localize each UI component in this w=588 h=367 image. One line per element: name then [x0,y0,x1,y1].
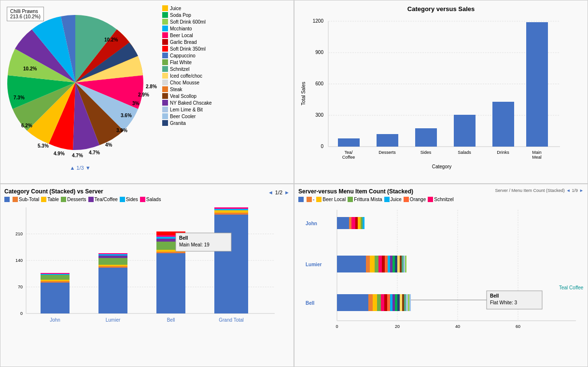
pie-legend: JuiceSoda PopSoft Drink 600mlMcchiantoBe… [157,3,217,129]
menu-bell-7[interactable] [387,294,390,311]
bar-lumier-cyan[interactable] [98,254,127,256]
pie-next-arrow[interactable]: ▼ [85,165,91,171]
menu-lumier-11[interactable] [395,256,397,272]
bell-tooltip-item: Main Meal: 19 [179,242,210,247]
menu-john-7[interactable] [363,217,364,229]
stacked-server-next[interactable]: ► [284,190,290,195]
menu-lumier-1[interactable] [337,256,366,272]
menu-john-1[interactable] [337,217,349,229]
bar-sides[interactable] [415,128,437,147]
menu-bell-12[interactable] [400,294,402,311]
bar-john-cyan[interactable] [41,274,70,275]
category-bar-title: Category versus Sales [299,5,583,13]
bell-menu-tooltip-item: Flat White: 3 [490,300,518,305]
menu-bell-16[interactable] [408,294,409,311]
bar-total-cyan[interactable] [214,209,248,210]
pie-legend-item: Cappuccino [162,53,212,58]
menu-john-5[interactable] [358,217,361,229]
menu-lumier-4[interactable] [375,256,378,272]
menu-lumier-8[interactable] [388,256,390,272]
bar-john-green[interactable] [41,275,70,280]
menu-bell-5[interactable] [381,294,384,311]
bar-total-blue[interactable] [214,215,248,313]
menu-john-6[interactable] [361,217,363,229]
menu-john-3[interactable] [351,217,355,229]
menu-bell-15[interactable] [406,294,408,311]
menu-lumier-10[interactable] [392,256,395,272]
bar-tea-coffee[interactable] [338,138,360,147]
menu-john-2[interactable] [349,217,351,229]
menu-lumier-15[interactable] [404,256,405,272]
pie-label-2: 10.2% [23,66,37,71]
svg-text:210: 210 [15,231,23,236]
menu-lumier-6[interactable] [382,256,385,272]
pie-label-13: 2.9% [138,92,149,97]
menu-bell-3[interactable] [373,294,377,311]
bar-john-orange[interactable] [41,281,70,283]
bar-john-yellow[interactable] [41,280,70,281]
bar-main-meal[interactable] [526,22,548,147]
server-label-total: Grand Total [219,317,244,323]
pie-label-6: 4.9% [54,151,65,156]
menu-bell-4[interactable] [377,294,381,311]
pie-legend-item: Choc Mousse [162,80,212,85]
bar-john-pink[interactable] [41,273,70,274]
pie-legend-item: NY Baked Chscake [162,100,212,106]
bar-salads[interactable] [454,115,476,147]
pie-prev-arrow[interactable]: ▲ [70,165,75,171]
bar-lumier-orange[interactable] [98,266,127,268]
pie-pagination: ▲ 1/3 ▼ [3,165,157,171]
pie-label-14: 2.8% [146,84,157,89]
stacked-menu-title: Server-versus Menu Item Count (Stacked) [298,188,413,195]
svg-text:60: 60 [516,324,520,329]
bar-lumier-pink[interactable] [98,253,127,254]
menu-bell-1[interactable] [337,294,368,311]
stacked-server-title: Category Count (Stacked) vs Server [4,188,103,195]
bar-john-blue[interactable] [41,283,70,313]
menu-bell-2[interactable] [368,294,373,311]
bar-desserts[interactable] [377,134,398,147]
pie-legend-item: Granita [162,120,212,126]
menu-bell-10[interactable] [395,294,397,311]
menu-bell-9[interactable] [392,294,395,311]
menu-lumier-12[interactable] [397,256,400,272]
bar-bell-orange[interactable] [156,252,185,253]
menu-bell-11[interactable] [397,294,400,311]
menu-lumier-9[interactable] [390,256,392,272]
bar-total-orange[interactable] [214,213,248,215]
menu-lumier-16[interactable] [405,256,406,272]
menu-lumier-2[interactable] [366,256,370,272]
bar-bell-blue[interactable] [156,253,185,313]
bar-lumier-green[interactable] [98,258,127,265]
menu-lumier-5[interactable] [378,256,382,272]
x-axis-label: Category [432,164,452,169]
teal-coffee-label: Teal Coffee [559,285,584,290]
bar-total-yellow[interactable] [214,210,248,213]
bell-tooltip-server: Bell [179,235,188,241]
bar-drinks[interactable] [492,102,514,147]
menu-bell-8[interactable] [390,294,392,311]
menu-lumier-14[interactable] [402,256,404,272]
pie-label-11: 3.6% [121,113,132,118]
svg-text:Salads: Salads [458,150,471,155]
menu-john-4[interactable] [355,217,358,229]
menu-bell-17[interactable] [409,294,411,311]
server-row-bell: Bell [306,300,315,306]
bar-lumier-yellow[interactable] [98,265,127,266]
stacked-server-prev[interactable]: ◄ [268,190,273,195]
stacked-menu-next[interactable]: ► [579,188,584,193]
menu-bell-6[interactable] [384,294,387,311]
category-bar-svg: 0 300 600 900 1200 Total Sales Tea/ Coff… [299,16,574,176]
bar-lumier-purple[interactable] [98,256,127,258]
svg-text:70: 70 [18,285,23,289]
bar-total-pink[interactable] [214,207,248,209]
menu-bell-13[interactable] [402,294,404,311]
menu-bell-14[interactable] [404,294,406,311]
stacked-menu-prev[interactable]: ◄ [566,188,571,193]
menu-lumier-13[interactable] [400,256,402,272]
menu-lumier-3[interactable] [370,256,375,272]
menu-lumier-7[interactable] [385,256,388,272]
pie-chart-area: Chilli Prawns 213.6 (10.2%) [3,3,157,167]
bar-lumier-blue[interactable] [98,268,127,313]
stacked-menu-subtitle: Server / Menu Item Count (Stacked) [495,188,565,193]
